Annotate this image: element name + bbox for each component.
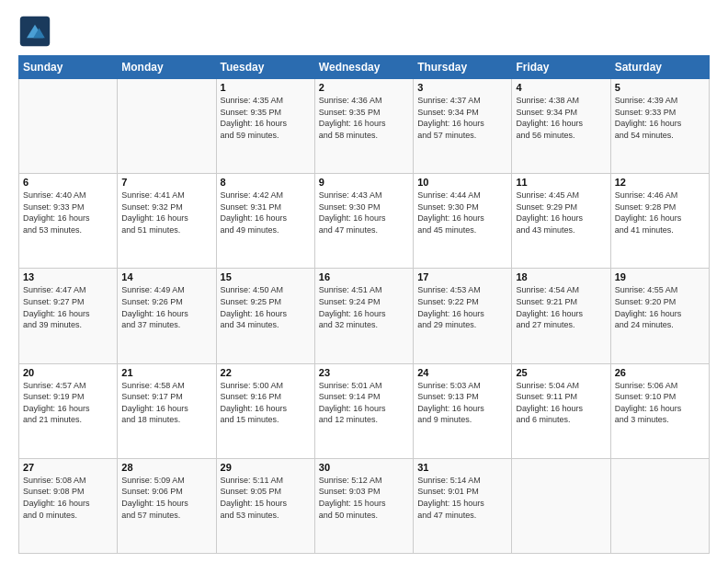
logo <box>18 15 55 48</box>
day-header-wednesday: Wednesday <box>314 56 413 79</box>
day-info: Sunrise: 4:44 AM Sunset: 9:30 PM Dayligh… <box>417 190 507 236</box>
calendar-table: SundayMondayTuesdayWednesdayThursdayFrid… <box>18 55 710 554</box>
day-info: Sunrise: 5:09 AM Sunset: 9:06 PM Dayligh… <box>121 475 211 521</box>
header <box>18 15 710 48</box>
day-number: 24 <box>417 367 507 378</box>
calendar-cell: 12Sunrise: 4:46 AM Sunset: 9:28 PM Dayli… <box>610 174 709 269</box>
day-info: Sunrise: 4:37 AM Sunset: 9:34 PM Dayligh… <box>417 95 507 141</box>
calendar-cell: 21Sunrise: 4:58 AM Sunset: 9:17 PM Dayli… <box>118 363 216 458</box>
day-number: 14 <box>121 271 211 282</box>
week-row-5: 27Sunrise: 5:08 AM Sunset: 9:08 PM Dayli… <box>19 458 710 553</box>
calendar-cell: 1Sunrise: 4:35 AM Sunset: 9:35 PM Daylig… <box>216 79 314 174</box>
day-info: Sunrise: 4:54 AM Sunset: 9:21 PM Dayligh… <box>516 284 606 330</box>
day-info: Sunrise: 5:14 AM Sunset: 9:01 PM Dayligh… <box>417 475 507 521</box>
day-info: Sunrise: 5:12 AM Sunset: 9:03 PM Dayligh… <box>319 475 409 521</box>
calendar-cell: 29Sunrise: 5:11 AM Sunset: 9:05 PM Dayli… <box>216 458 314 553</box>
day-number: 5 <box>615 82 705 93</box>
calendar-cell: 8Sunrise: 4:42 AM Sunset: 9:31 PM Daylig… <box>216 174 314 269</box>
calendar-cell: 11Sunrise: 4:45 AM Sunset: 9:29 PM Dayli… <box>512 174 610 269</box>
day-info: Sunrise: 4:58 AM Sunset: 9:17 PM Dayligh… <box>121 380 211 426</box>
day-info: Sunrise: 4:40 AM Sunset: 9:33 PM Dayligh… <box>23 190 113 236</box>
day-number: 16 <box>319 271 409 282</box>
day-info: Sunrise: 4:43 AM Sunset: 9:30 PM Dayligh… <box>319 190 409 236</box>
day-number: 26 <box>615 367 705 378</box>
day-number: 29 <box>221 462 311 473</box>
day-number: 31 <box>417 462 507 473</box>
header-row: SundayMondayTuesdayWednesdayThursdayFrid… <box>19 56 710 79</box>
day-number: 11 <box>516 177 606 188</box>
day-header-friday: Friday <box>512 56 610 79</box>
calendar-cell: 3Sunrise: 4:37 AM Sunset: 9:34 PM Daylig… <box>414 79 512 174</box>
calendar-cell <box>512 458 610 553</box>
day-info: Sunrise: 4:39 AM Sunset: 9:33 PM Dayligh… <box>615 95 705 141</box>
day-info: Sunrise: 5:08 AM Sunset: 9:08 PM Dayligh… <box>23 475 113 521</box>
day-info: Sunrise: 4:45 AM Sunset: 9:29 PM Dayligh… <box>516 190 606 236</box>
calendar-cell: 13Sunrise: 4:47 AM Sunset: 9:27 PM Dayli… <box>19 269 118 363</box>
day-number: 13 <box>23 271 113 282</box>
day-number: 28 <box>121 462 211 473</box>
calendar-cell: 19Sunrise: 4:55 AM Sunset: 9:20 PM Dayli… <box>610 269 709 363</box>
day-info: Sunrise: 5:00 AM Sunset: 9:16 PM Dayligh… <box>221 380 311 426</box>
day-info: Sunrise: 4:36 AM Sunset: 9:35 PM Dayligh… <box>319 95 409 141</box>
day-number: 22 <box>221 367 311 378</box>
calendar-cell: 4Sunrise: 4:38 AM Sunset: 9:34 PM Daylig… <box>512 79 610 174</box>
day-number: 9 <box>319 177 409 188</box>
calendar-cell: 27Sunrise: 5:08 AM Sunset: 9:08 PM Dayli… <box>19 458 118 553</box>
calendar-cell <box>19 79 118 174</box>
calendar-cell: 10Sunrise: 4:44 AM Sunset: 9:30 PM Dayli… <box>414 174 512 269</box>
day-info: Sunrise: 5:03 AM Sunset: 9:13 PM Dayligh… <box>417 380 507 426</box>
day-info: Sunrise: 5:04 AM Sunset: 9:11 PM Dayligh… <box>516 380 606 426</box>
day-info: Sunrise: 4:50 AM Sunset: 9:25 PM Dayligh… <box>221 284 311 330</box>
day-info: Sunrise: 4:42 AM Sunset: 9:31 PM Dayligh… <box>221 190 311 236</box>
calendar-cell: 22Sunrise: 5:00 AM Sunset: 9:16 PM Dayli… <box>216 363 314 458</box>
day-info: Sunrise: 5:06 AM Sunset: 9:10 PM Dayligh… <box>615 380 705 426</box>
day-number: 20 <box>23 367 113 378</box>
calendar-cell: 25Sunrise: 5:04 AM Sunset: 9:11 PM Dayli… <box>512 363 610 458</box>
day-info: Sunrise: 4:46 AM Sunset: 9:28 PM Dayligh… <box>615 190 705 236</box>
day-number: 6 <box>23 177 113 188</box>
calendar-cell: 7Sunrise: 4:41 AM Sunset: 9:32 PM Daylig… <box>118 174 216 269</box>
calendar-cell: 18Sunrise: 4:54 AM Sunset: 9:21 PM Dayli… <box>512 269 610 363</box>
day-number: 2 <box>319 82 409 93</box>
day-number: 25 <box>516 367 606 378</box>
day-info: Sunrise: 4:47 AM Sunset: 9:27 PM Dayligh… <box>23 284 113 330</box>
day-info: Sunrise: 4:57 AM Sunset: 9:19 PM Dayligh… <box>23 380 113 426</box>
day-number: 1 <box>221 82 311 93</box>
calendar-cell: 15Sunrise: 4:50 AM Sunset: 9:25 PM Dayli… <box>216 269 314 363</box>
day-number: 10 <box>417 177 507 188</box>
day-number: 18 <box>516 271 606 282</box>
day-info: Sunrise: 4:41 AM Sunset: 9:32 PM Dayligh… <box>121 190 211 236</box>
day-number: 3 <box>417 82 507 93</box>
calendar-cell: 2Sunrise: 4:36 AM Sunset: 9:35 PM Daylig… <box>314 79 413 174</box>
week-row-2: 6Sunrise: 4:40 AM Sunset: 9:33 PM Daylig… <box>19 174 710 269</box>
week-row-3: 13Sunrise: 4:47 AM Sunset: 9:27 PM Dayli… <box>19 269 710 363</box>
calendar-cell: 5Sunrise: 4:39 AM Sunset: 9:33 PM Daylig… <box>610 79 709 174</box>
day-number: 19 <box>615 271 705 282</box>
day-info: Sunrise: 4:55 AM Sunset: 9:20 PM Dayligh… <box>615 284 705 330</box>
calendar-cell: 28Sunrise: 5:09 AM Sunset: 9:06 PM Dayli… <box>118 458 216 553</box>
day-header-monday: Monday <box>118 56 216 79</box>
day-number: 30 <box>319 462 409 473</box>
day-header-thursday: Thursday <box>414 56 512 79</box>
calendar-cell: 17Sunrise: 4:53 AM Sunset: 9:22 PM Dayli… <box>414 269 512 363</box>
calendar-cell: 30Sunrise: 5:12 AM Sunset: 9:03 PM Dayli… <box>314 458 413 553</box>
day-header-sunday: Sunday <box>19 56 118 79</box>
logo-icon <box>18 15 51 48</box>
day-info: Sunrise: 4:38 AM Sunset: 9:34 PM Dayligh… <box>516 95 606 141</box>
calendar-cell <box>118 79 216 174</box>
calendar-cell: 26Sunrise: 5:06 AM Sunset: 9:10 PM Dayli… <box>610 363 709 458</box>
day-info: Sunrise: 5:11 AM Sunset: 9:05 PM Dayligh… <box>221 475 311 521</box>
day-info: Sunrise: 4:53 AM Sunset: 9:22 PM Dayligh… <box>417 284 507 330</box>
calendar-cell: 31Sunrise: 5:14 AM Sunset: 9:01 PM Dayli… <box>414 458 512 553</box>
calendar-cell: 24Sunrise: 5:03 AM Sunset: 9:13 PM Dayli… <box>414 363 512 458</box>
week-row-1: 1Sunrise: 4:35 AM Sunset: 9:35 PM Daylig… <box>19 79 710 174</box>
day-number: 7 <box>121 177 211 188</box>
calendar-cell: 6Sunrise: 4:40 AM Sunset: 9:33 PM Daylig… <box>19 174 118 269</box>
calendar-cell: 9Sunrise: 4:43 AM Sunset: 9:30 PM Daylig… <box>314 174 413 269</box>
day-number: 17 <box>417 271 507 282</box>
day-number: 21 <box>121 367 211 378</box>
calendar-page: SundayMondayTuesdayWednesdayThursdayFrid… <box>0 0 728 563</box>
day-header-tuesday: Tuesday <box>216 56 314 79</box>
day-number: 23 <box>319 367 409 378</box>
day-number: 8 <box>221 177 311 188</box>
